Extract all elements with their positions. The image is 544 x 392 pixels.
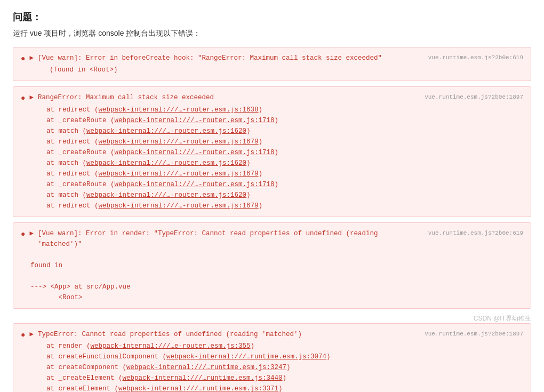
error-main-text-3: [Vue warn]: Error in render: "TypeError:…	[38, 228, 423, 250]
error-line: at redirect (webpack-internal:///…-route…	[21, 169, 523, 179]
error-detail-3: found in ---> <App> at src/App.vue <Root…	[21, 250, 523, 303]
error-source-1[interactable]: vue.runtime.esm.js?2b0e:619	[428, 53, 523, 63]
error-line: at _createRoute (webpack-internal:///…-r…	[21, 147, 523, 158]
problem-section: 问题： 运行 vue 项目时，浏览器 console 控制台出现以下错误： ● …	[13, 11, 531, 392]
error-detail-4: at render (webpack-internal:///…e-router…	[21, 341, 523, 392]
error-main-text-2: RangeError: Maximum call stack size exce…	[38, 92, 214, 103]
error-line: at createElement (webpack-internal:///…r…	[21, 383, 523, 392]
error-line: at _createRoute (webpack-internal:///…-r…	[21, 115, 523, 126]
error-detail-1: (found in <Root>)	[21, 65, 523, 75]
problem-title: 问题：	[13, 11, 531, 23]
error-icon-3: ●	[21, 228, 25, 240]
error-line: at redirect (webpack-internal:///…-route…	[21, 105, 523, 115]
error-icon-4: ●	[21, 329, 25, 341]
error-line: at createFunctionalComponent (webpack-in…	[21, 351, 523, 362]
error-line: ---> <App> at src/App.vue	[21, 282, 523, 292]
error-block-3: ● ▶ [Vue warn]: Error in render: "TypeEr…	[13, 222, 531, 309]
error-line: at redirect (webpack-internal:///…-route…	[21, 201, 523, 211]
error-block-4: ● ▶ TypeError: Cannot read properties of…	[13, 323, 531, 392]
error-expand-1[interactable]: ▶	[29, 53, 34, 63]
error-main-text-1: [Vue warn]: Error in beforeCreate hook: …	[38, 53, 382, 63]
error-line: (found in <Root>)	[40, 65, 523, 75]
error-line: at match (webpack-internal:///…-router.e…	[21, 126, 523, 137]
error-line: at match (webpack-internal:///…-router.e…	[21, 158, 523, 169]
error-detail-2: at redirect (webpack-internal:///…-route…	[21, 105, 523, 211]
intro-text: 运行 vue 项目时，浏览器 console 控制台出现以下错误：	[13, 29, 531, 38]
error-source-4[interactable]: vue.runtime.esm.js?2b0e:1897	[425, 330, 523, 339]
error-source-3[interactable]: vue.runtime.esm.js?2b0e:619	[428, 229, 523, 238]
error-expand-2[interactable]: ▶	[29, 92, 34, 103]
error-line	[21, 250, 523, 260]
error-line: at redirect (webpack-internal:///…-route…	[21, 137, 523, 147]
error-line: found in	[21, 260, 523, 271]
error-line: at createComponent (webpack-internal:///…	[21, 362, 523, 373]
error-block-1: ● ▶ [Vue warn]: Error in beforeCreate ho…	[13, 47, 531, 81]
error-line	[21, 271, 523, 282]
error-icon-2: ●	[21, 92, 25, 104]
error-line: at _createRoute (webpack-internal:///…-r…	[21, 179, 523, 190]
error-expand-4[interactable]: ▶	[29, 329, 34, 340]
error-main-text-4: TypeError: Cannot read properties of und…	[38, 329, 302, 340]
error-icon-1: ●	[21, 53, 25, 65]
error-line: <Root>	[21, 292, 523, 303]
error-line: at render (webpack-internal:///…e-router…	[21, 341, 523, 351]
error-line: at match (webpack-internal:///…-router.e…	[21, 190, 523, 201]
watermark-1: CSDN @IT界幼稚生	[13, 314, 531, 323]
error-source-2[interactable]: vue.runtime.esm.js?2b0e:1897	[425, 93, 523, 102]
error-expand-3[interactable]: ▶	[29, 228, 34, 239]
error-line: at _createElement (webpack-internal:///……	[21, 373, 523, 383]
error-block-2: ● ▶ RangeError: Maximum call stack size …	[13, 86, 531, 217]
